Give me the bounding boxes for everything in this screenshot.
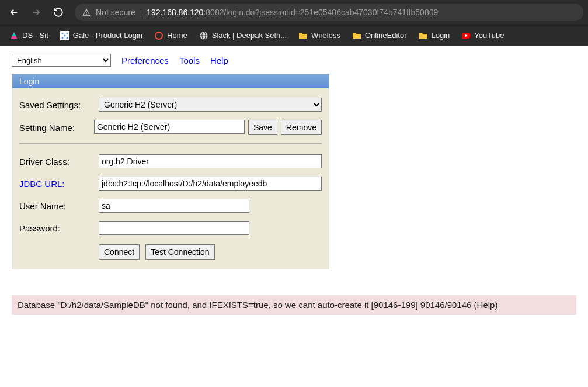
saved-settings-label: Saved Settings: <box>19 100 99 110</box>
reload-button[interactable] <box>49 3 68 22</box>
bookmark-youtube[interactable]: YouTube <box>457 29 509 43</box>
login-body: Saved Settings: Generic H2 (Server) Sett… <box>12 88 329 269</box>
saved-settings-select[interactable]: Generic H2 (Server) <box>99 98 322 112</box>
test-connection-button[interactable]: Test Connection <box>145 244 214 260</box>
folder-icon <box>298 31 308 40</box>
folder-icon <box>352 31 361 40</box>
password-input[interactable] <box>99 221 249 235</box>
password-label: Password: <box>19 223 99 233</box>
tools-link[interactable]: Tools <box>179 56 200 65</box>
bookmark-icon <box>60 31 69 40</box>
user-name-input[interactable] <box>99 199 249 213</box>
bookmark-login[interactable]: Login <box>414 29 455 43</box>
user-name-label: User Name: <box>19 201 99 211</box>
folder-icon <box>419 31 428 40</box>
bookmark-gale[interactable]: Gale - Product Login <box>55 29 147 43</box>
jdbc-url-label[interactable]: JDBC URL: <box>19 179 99 189</box>
preferences-link[interactable]: Preferences <box>121 56 169 65</box>
youtube-icon <box>461 31 471 40</box>
svg-point-3 <box>61 32 63 34</box>
bookmark-ds-sit[interactable]: DS - Sit <box>5 29 53 43</box>
url-bar[interactable]: Not secure | 192.168.86.120:8082/login.d… <box>75 4 583 21</box>
help-link[interactable]: Help <box>210 56 228 65</box>
setting-name-input[interactable] <box>94 120 245 134</box>
bookmarks-bar: DS - Sit Gale - Product Login Home Slack… <box>0 25 588 46</box>
login-header: Login <box>12 74 329 88</box>
bookmark-slack[interactable]: Slack | Deepak Seth... <box>194 29 291 43</box>
globe-icon <box>199 31 208 40</box>
svg-point-8 <box>155 32 162 39</box>
svg-point-7 <box>66 37 68 39</box>
driver-class-input[interactable] <box>99 154 322 168</box>
divider <box>19 143 322 144</box>
browser-chrome: Not secure | 192.168.86.120:8082/login.d… <box>0 0 588 46</box>
svg-point-4 <box>66 32 68 34</box>
login-panel: Login Saved Settings: Generic H2 (Server… <box>12 74 329 269</box>
remove-button[interactable]: Remove <box>281 120 322 135</box>
bookmark-onlineeditor[interactable]: OnlineEditor <box>347 29 412 43</box>
language-select[interactable]: English <box>12 54 111 67</box>
bookmark-icon <box>9 31 19 40</box>
svg-point-5 <box>64 34 65 36</box>
forward-button[interactable] <box>27 3 46 22</box>
not-secure-icon <box>82 8 91 17</box>
driver-class-label: Driver Class: <box>19 157 99 167</box>
top-row: English Preferences Tools Help <box>12 54 576 67</box>
svg-marker-1 <box>12 32 16 36</box>
jdbc-url-input[interactable] <box>99 177 322 191</box>
bookmark-wireless[interactable]: Wireless <box>294 29 345 43</box>
error-message: Database "D:/h2/data/SampleDB" not found… <box>12 295 576 315</box>
connect-button[interactable]: Connect <box>99 244 140 260</box>
setting-name-label: Setting Name: <box>19 123 94 133</box>
save-button[interactable]: Save <box>248 120 277 135</box>
svg-point-6 <box>61 37 63 39</box>
nav-bar: Not secure | 192.168.86.120:8082/login.d… <box>0 0 588 25</box>
page-content: English Preferences Tools Help Login Sav… <box>0 46 588 323</box>
bookmark-home[interactable]: Home <box>149 29 192 43</box>
url-text: 192.168.86.120:8082/login.do?jsessionid=… <box>147 8 438 17</box>
bookmark-icon <box>154 31 163 40</box>
back-button[interactable] <box>5 3 23 22</box>
not-secure-label: Not secure <box>96 8 135 17</box>
